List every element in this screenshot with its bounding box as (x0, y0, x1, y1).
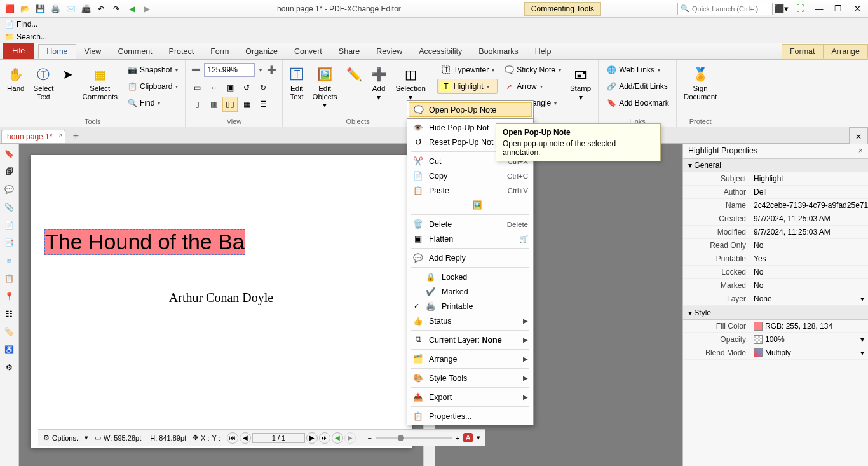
attachments-pane-icon[interactable]: 📎 (3, 201, 16, 214)
pdf-icon[interactable]: A (463, 433, 473, 442)
tab-review[interactable]: Review (368, 44, 410, 59)
selection-button[interactable]: ◫Selection▾ (393, 62, 429, 104)
forward-icon[interactable]: ▶ (140, 2, 154, 16)
section-style[interactable]: ▾ Style (683, 306, 868, 320)
menu-add-reply[interactable]: 💬Add Reply (407, 250, 533, 265)
options-button[interactable]: ⚙ Options... ▾ (43, 434, 88, 442)
fit-width-icon[interactable]: ↔ (206, 80, 221, 95)
tab-bookmarks[interactable]: Bookmarks (470, 44, 527, 59)
minimize-button[interactable]: — (811, 2, 827, 16)
add-edit-links-button[interactable]: 🔗Add/Edit Links (602, 79, 672, 94)
comments-pane-icon[interactable]: 💬 (3, 183, 16, 196)
tab-form[interactable]: Form (202, 44, 237, 59)
new-tab-button[interactable]: + (68, 129, 83, 143)
fullscreen-icon[interactable]: ⛶ (792, 2, 808, 16)
tags-pane-icon[interactable]: 🏷️ (3, 326, 16, 338)
menu-status[interactable]: 👍Status▶ (407, 313, 533, 328)
menu-marked[interactable]: ✔️Marked (407, 284, 533, 299)
zoom-in-status[interactable]: + (456, 434, 459, 442)
print-icon[interactable]: 🖨️ (48, 2, 62, 16)
tab-convert[interactable]: Convert (286, 44, 330, 59)
tab-format[interactable]: Format (782, 44, 824, 59)
scan-icon[interactable]: 📠 (79, 2, 93, 16)
properties-pane-icon[interactable]: ⚙ (3, 361, 16, 374)
save-icon[interactable]: 💾 (33, 2, 47, 16)
fields-pane-icon[interactable]: 📄 (3, 219, 16, 231)
menu-paste[interactable]: 📋PasteCtrl+V (407, 183, 533, 198)
bookmarks-pane-icon[interactable]: 🔖 (3, 147, 16, 160)
zoom-in-button[interactable]: ➕ (265, 62, 278, 78)
tab-file[interactable]: File (3, 43, 34, 59)
menu-delete[interactable]: 🗑️DeleteDelete (407, 217, 533, 231)
prop-opacity[interactable]: 100%▾ (750, 333, 868, 346)
prop-subject[interactable]: Highlight (750, 172, 868, 185)
open-icon[interactable]: 📂 (18, 2, 32, 16)
search-button[interactable]: 📁Search... (0, 31, 868, 43)
zoom-slider[interactable] (376, 437, 452, 439)
document-viewport[interactable]: The Hound of the Ba Arthur Conan Doyle ⚙… (19, 144, 682, 466)
edit-text-button[interactable]: 🅃Edit Text (287, 62, 306, 102)
prev-page-button[interactable]: ◀ (240, 432, 251, 444)
clipboard-button[interactable]: 📋Clipboard▾ (123, 79, 181, 94)
tab-protect[interactable]: Protect (161, 44, 203, 59)
zoom-slider-thumb[interactable] (398, 435, 404, 441)
prop-layer[interactable]: None▾ (750, 292, 868, 305)
page-layout-icon[interactable]: ☰ (255, 97, 271, 112)
close-tab-icon[interactable]: × (59, 132, 63, 139)
page-indicator[interactable]: 1 / 1 (252, 433, 305, 443)
menu-current-layer[interactable]: ⧉Current Layer: None▶ (407, 332, 533, 347)
maximize-button[interactable]: ❐ (830, 2, 846, 16)
section-general[interactable]: ▾ General (683, 158, 868, 172)
signatures-pane-icon[interactable]: 📑 (3, 236, 16, 249)
close-window-button[interactable]: ✕ (849, 2, 865, 16)
zoom-out-status[interactable]: − (367, 434, 371, 442)
accessibility-pane-icon[interactable]: ♿ (3, 343, 16, 356)
find-button[interactable]: 📄Find... (0, 18, 868, 31)
zoom-dropdown[interactable]: ▾ (256, 62, 264, 78)
tab-arrange[interactable]: Arrange (824, 44, 868, 59)
highlighted-title[interactable]: The Hound of the Ba (44, 229, 245, 255)
sticky-note-button[interactable]: 🗨️Sticky Note▾ (500, 62, 564, 78)
back-nav-button[interactable]: ◀ (332, 432, 343, 444)
prop-marked[interactable]: No (750, 279, 868, 292)
typewriter-button[interactable]: 🇹Typewriter▾ (437, 62, 498, 78)
prop-author[interactable]: Dell (750, 186, 868, 198)
menu-flatten[interactable]: ▣Flatten🛒 (407, 231, 533, 246)
tab-view[interactable]: View (76, 44, 110, 59)
menu-locked[interactable]: 🔒Locked (407, 270, 533, 284)
prop-fill-color[interactable]: RGB: 255, 128, 134 (750, 320, 868, 332)
pencil-button[interactable]: ✏️ (343, 62, 365, 86)
menu-arrange[interactable]: 🗂️Arrange▶ (407, 352, 533, 366)
arrow-button[interactable]: ↗Arrow▾ (500, 79, 564, 94)
add-bookmark-button[interactable]: 🔖Add Bookmark (602, 95, 672, 111)
tree-pane-icon[interactable]: ☷ (3, 308, 16, 320)
find-tool-button[interactable]: 🔍Find▾ (123, 95, 181, 111)
prop-locked[interactable]: No (750, 266, 868, 278)
close-properties-icon[interactable]: × (858, 146, 863, 155)
ui-options-icon[interactable]: ⬛▾ (773, 2, 789, 16)
document-tab[interactable]: houn page 1* × (1, 130, 65, 143)
rotate-left-icon[interactable]: ↺ (239, 80, 254, 95)
undo-icon[interactable]: ↶ (94, 2, 108, 16)
prop-printable[interactable]: Yes (750, 252, 868, 265)
redo-icon[interactable]: ↷ (109, 2, 123, 16)
prop-name[interactable]: 2c42cebe-7139-4c79-a9fad25e71.. (750, 199, 868, 212)
prop-readonly[interactable]: No (750, 239, 868, 252)
menu-open-popup-note[interactable]: 🗨️Open Pop-Up Note (409, 102, 532, 117)
web-links-button[interactable]: 🌐Web Links▾ (602, 62, 672, 78)
stamp-button[interactable]: 🖃Stamp▾ (567, 62, 594, 104)
content-pane-icon[interactable]: 📋 (3, 272, 16, 285)
hand-tool-button[interactable]: ✋Hand (4, 62, 28, 95)
destinations-pane-icon[interactable]: 📍 (3, 290, 16, 303)
menu-style-tools[interactable]: 🎨Style Tools▶ (407, 371, 533, 385)
edit-objects-button[interactable]: 🖼️Edit Objects▾ (309, 62, 341, 111)
menu-export[interactable]: 📤Export▶ (407, 390, 533, 404)
add-button[interactable]: ➕Add▾ (368, 62, 390, 104)
tab-help[interactable]: Help (527, 44, 560, 59)
snapshot-button[interactable]: 📷Snapshot▾ (123, 62, 181, 78)
continuous-icon[interactable]: ▥ (206, 97, 221, 112)
menu-properties[interactable]: 📋Properties... (407, 409, 533, 423)
zoom-out-button[interactable]: ➖ (189, 62, 203, 78)
first-page-button[interactable]: ⏮ (227, 432, 238, 444)
back-icon[interactable]: ◀ (125, 2, 139, 16)
